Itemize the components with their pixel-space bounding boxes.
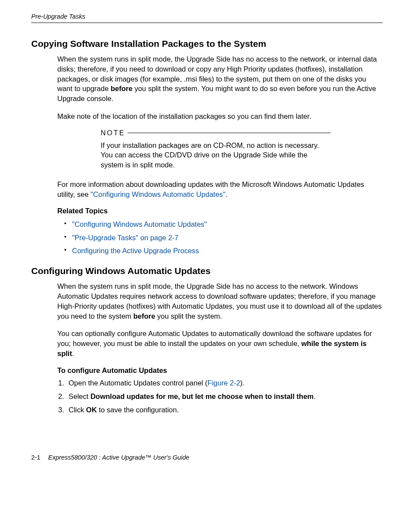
list-item: "Pre-Upgrade Tasks" on page 2-7: [57, 233, 383, 242]
list-item: "Configuring Windows Automatic Updates": [57, 219, 383, 229]
note-label-row: NOTE: [101, 129, 331, 137]
footer-title: Express5800/320 : Active Upgrade™ User's…: [48, 454, 189, 461]
link-related-2[interactable]: "Pre-Upgrade Tasks" on page 2-7: [72, 234, 178, 242]
emphasis-ok: OK: [86, 406, 97, 414]
text-run: Open the Automatic Updates control panel…: [69, 379, 207, 387]
text-run: Click: [69, 406, 86, 414]
paragraph: Make note of the location of the install…: [57, 111, 383, 121]
paragraph: For more information about downloading u…: [57, 180, 383, 199]
text-run: you split the system.: [155, 312, 222, 320]
note-label: NOTE: [101, 129, 125, 137]
page-footer: 2-1Express5800/320 : Active Upgrade™ Use…: [31, 454, 383, 461]
text-run: .: [72, 349, 74, 357]
step-1: Open the Automatic Updates control panel…: [57, 378, 383, 388]
link-related-1[interactable]: "Configuring Windows Automatic Updates": [72, 220, 207, 228]
emphasis-download-option: Download updates for me, but let me choo…: [90, 392, 313, 400]
text-run: to save the configuration.: [97, 406, 179, 414]
note-block: NOTE If your installation packages are o…: [101, 129, 331, 170]
page: Pre-Upgrade Tasks Copying Software Insta…: [0, 0, 414, 478]
section1-body: When the system runs in split mode, the …: [57, 54, 383, 255]
step-2: Select Download updates for me, but let …: [57, 392, 383, 401]
link-figure-2-2[interactable]: Figure 2-2: [207, 379, 240, 387]
note-text: If your installation packages are on CD-…: [101, 140, 331, 170]
text-run: .: [225, 190, 227, 198]
note-rule: [128, 133, 331, 133]
running-header: Pre-Upgrade Tasks: [31, 13, 383, 23]
section2-body: When the system runs in split mode, the …: [57, 281, 383, 415]
link-configuring-wau[interactable]: "Configuring Windows Automatic Updates": [91, 190, 226, 198]
section-heading-copying: Copying Software Installation Packages t…: [31, 39, 383, 49]
emphasis-before: before: [111, 85, 132, 92]
procedure-heading: To configure Automatic Updates: [57, 366, 383, 375]
list-item: Configuring the Active Upgrade Process: [57, 246, 383, 255]
procedure-steps: Open the Automatic Updates control panel…: [57, 378, 383, 415]
text-run: ).: [240, 379, 244, 387]
paragraph: When the system runs in split mode, the …: [57, 54, 383, 104]
text-run: Select: [69, 392, 90, 400]
section-heading-configuring: Configuring Windows Automatic Updates: [31, 266, 383, 276]
page-number: 2-1: [31, 454, 40, 461]
paragraph: You can optionally configure Automatic U…: [57, 329, 383, 358]
related-topics-heading: Related Topics: [57, 207, 383, 215]
emphasis-before: before: [133, 312, 155, 320]
related-topics-list: "Configuring Windows Automatic Updates" …: [57, 219, 383, 255]
text-run: .: [314, 392, 316, 400]
link-related-3[interactable]: Configuring the Active Upgrade Process: [72, 247, 199, 255]
step-3: Click OK to save the configuration.: [57, 405, 383, 415]
paragraph: When the system runs in split mode, the …: [57, 281, 383, 321]
